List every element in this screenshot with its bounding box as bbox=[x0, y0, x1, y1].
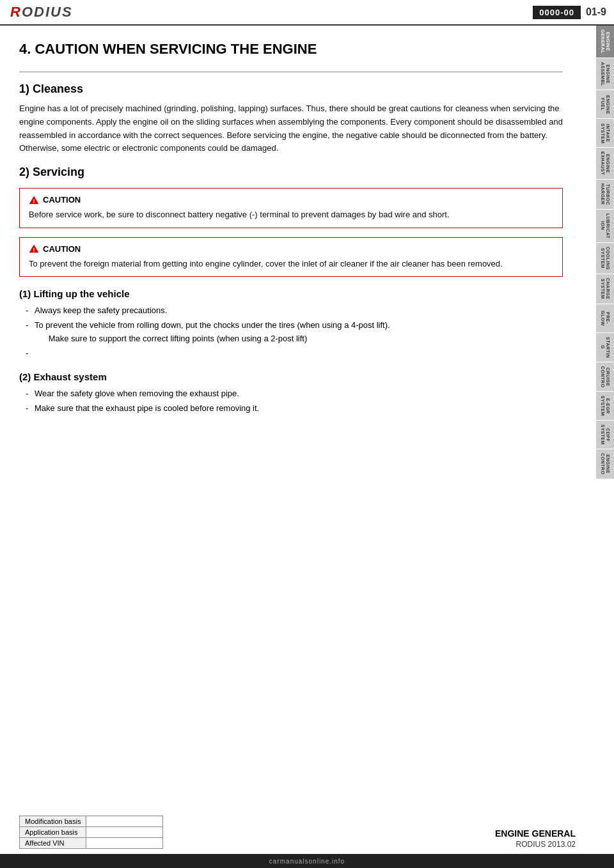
logo: RODIUS bbox=[10, 4, 73, 20]
list-item-3 bbox=[26, 347, 563, 360]
sidebar-tab-engine-exhaust[interactable]: ENGINEEXHAUST bbox=[596, 148, 614, 179]
section2-title: 2) Servicing bbox=[19, 166, 563, 179]
caution-text-2: To prevent the foreign material from get… bbox=[29, 258, 553, 270]
svg-text:!: ! bbox=[33, 247, 35, 253]
logo-text: ODIUS bbox=[22, 4, 73, 20]
sidebar-tab-e-egr-system[interactable]: E-EGRSYSTEM bbox=[596, 392, 614, 420]
top-bar: RODIUS 0000-00 01-9 bbox=[0, 0, 614, 26]
page-number: 01-9 bbox=[586, 6, 606, 18]
sidebar-tab-lubrication[interactable]: LUBRICATION bbox=[596, 210, 614, 242]
sidebar-tab-charge-system[interactable]: CHARGESYSTEM bbox=[596, 274, 614, 303]
exhaust-system-list: Wear the safety glove when removing the … bbox=[26, 387, 563, 415]
footer-value-affected bbox=[86, 838, 163, 849]
caution-triangle-icon-1: ! bbox=[29, 196, 39, 205]
list-item-1: Always keep the safety precautions. bbox=[26, 304, 563, 318]
main-content: 4. CAUTION WHEN SERVICING THE ENGINE 1) … bbox=[0, 26, 595, 432]
subsection2-title: (2) Exhaust system bbox=[19, 371, 563, 382]
sidebar-tab-turbocharger[interactable]: TURBOCHARGER bbox=[596, 180, 614, 208]
sidebar-tab-engine-fuel[interactable]: ENGINEFUEL bbox=[596, 90, 614, 118]
sidebar-tab-pre-glow[interactable]: PRE-GLOW bbox=[596, 304, 614, 332]
footer-row-modification: Modification basis bbox=[20, 816, 163, 827]
sidebar-tab-starting[interactable]: STARTING bbox=[596, 333, 614, 362]
caution-box-2: ! CAUTION To prevent the foreign materia… bbox=[19, 237, 563, 277]
sidebar-tab-cdpf-system[interactable]: CDPFSYSTEM bbox=[596, 421, 614, 449]
footer-label-affected: Affected VIN bbox=[20, 838, 86, 849]
footer-right: ENGINE GENERAL RODIUS 2013.02 bbox=[495, 828, 576, 849]
caution-header-2: ! CAUTION bbox=[29, 244, 553, 254]
section1-title: 1) Cleaness bbox=[19, 82, 563, 96]
caution-header-1: ! CAUTION bbox=[29, 195, 553, 205]
title-divider bbox=[19, 72, 563, 72]
sidebar-tab-cooling-system[interactable]: COOLINGSYSTEM bbox=[596, 243, 614, 274]
doc-id-area: 0000-00 01-9 bbox=[533, 6, 606, 19]
exhaust-list-item-2: Make sure that the exhaust pipe is coole… bbox=[26, 402, 563, 415]
footer-label-modification: Modification basis bbox=[20, 816, 86, 827]
caution-label-1: CAUTION bbox=[43, 195, 81, 205]
right-sidebar: ENGINEGENERAL ENGINEASSEMBL ENGINEFUEL I… bbox=[596, 26, 614, 479]
footer-doc-title: ENGINE GENERAL bbox=[495, 828, 576, 839]
sidebar-tab-engine-assembl[interactable]: ENGINEASSEMBL bbox=[596, 58, 614, 90]
footer-label-application: Application basis bbox=[20, 827, 86, 838]
svg-text:!: ! bbox=[33, 198, 35, 204]
sidebar-tab-engine-general[interactable]: ENGINEGENERAL bbox=[596, 26, 614, 58]
section1-body: Engine has a lot of precisely machined (… bbox=[19, 102, 563, 155]
footer-row-application: Application basis bbox=[20, 827, 163, 838]
subsection1-title: (1) Lifting up the vehicle bbox=[19, 288, 563, 299]
caution-text-1: Before service work, be sure to disconne… bbox=[29, 208, 553, 221]
sidebar-tab-engine-control[interactable]: ENGINECONTRO bbox=[596, 449, 614, 478]
main-title: 4. CAUTION WHEN SERVICING THE ENGINE bbox=[19, 41, 563, 60]
footer-table: Modification basis Application basis Aff… bbox=[19, 816, 163, 849]
exhaust-list-item-1: Wear the safety glove when removing the … bbox=[26, 387, 563, 401]
list-item-2: To prevent the vehicle from rolling down… bbox=[26, 319, 563, 346]
footer: Modification basis Application basis Aff… bbox=[0, 816, 595, 849]
bottom-bar: carmanualsonline.info bbox=[0, 854, 614, 868]
footer-row-affected: Affected VIN bbox=[20, 838, 163, 849]
caution-box-1: ! CAUTION Before service work, be sure t… bbox=[19, 188, 563, 228]
bottom-bar-text: carmanualsonline.info bbox=[269, 858, 345, 865]
footer-doc-sub: RODIUS 2013.02 bbox=[495, 840, 576, 849]
caution-label-2: CAUTION bbox=[43, 244, 81, 254]
footer-value-modification bbox=[86, 816, 163, 827]
lifting-vehicle-list: Always keep the safety precautions. To p… bbox=[26, 304, 563, 360]
sidebar-tab-intake-system[interactable]: INTAKESYSTEM bbox=[596, 119, 614, 147]
doc-id: 0000-00 bbox=[533, 6, 581, 19]
footer-value-application bbox=[86, 827, 163, 838]
caution-triangle-icon-2: ! bbox=[29, 244, 39, 253]
sidebar-tab-cruise-control[interactable]: CRUISECONTRO bbox=[596, 362, 614, 391]
